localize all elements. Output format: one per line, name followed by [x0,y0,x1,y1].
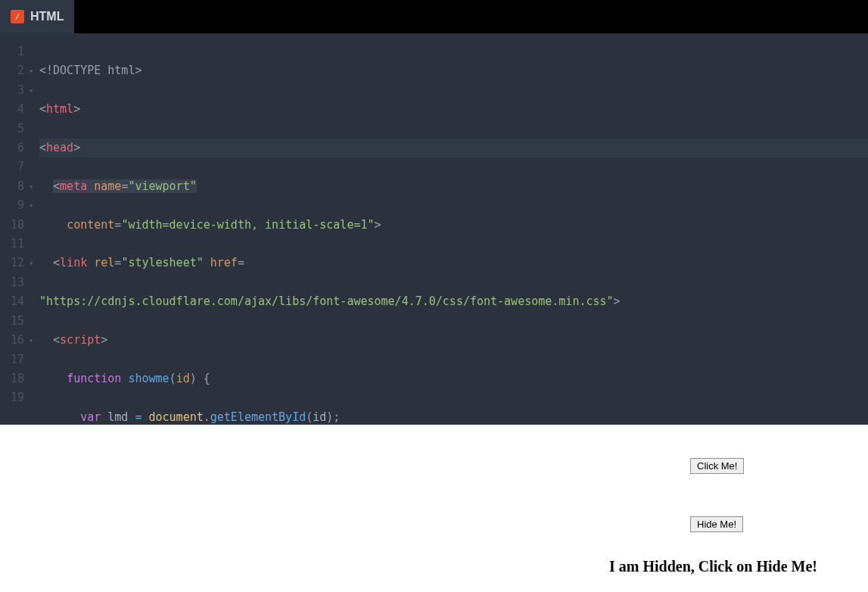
code-line-active: <head> [39,139,868,157]
line-number: 6 [0,139,32,157]
line-number: 10 [0,216,32,235]
code-line: <html> [39,100,868,119]
line-number: 3 [0,81,32,100]
preview-panel: Click Me! Hide Me! I am Hidden, Click on… [0,425,868,592]
tab-bar: / HTML [0,0,868,33]
code-line: "https://cdnjs.cloudflare.com/ajax/libs/… [39,292,868,311]
click-me-button[interactable]: Click Me! [690,458,744,474]
tab-html[interactable]: / HTML [0,0,74,33]
line-number: 1 [0,42,32,61]
line-number-gutter: 1 2 3 4 5 6 7 8 9 10 11 12 13 14 15 16 1… [0,33,36,425]
code-content[interactable]: <!DOCTYPE html> <html> <head> <meta name… [36,33,868,425]
line-number: 4 [0,100,32,119]
code-line: <link rel="stylesheet" href= [39,254,868,273]
hidden-message: I am Hidden, Click on Hide Me! [609,558,817,575]
line-number: 17 [0,351,32,369]
code-line: <!DOCTYPE html> [39,61,868,80]
code-line: <meta name="viewport" [39,177,868,196]
line-number: 8 [0,177,32,196]
code-editor[interactable]: 1 2 3 4 5 6 7 8 9 10 11 12 13 14 15 16 1… [0,33,868,425]
line-number: 15 [0,312,32,331]
code-line: content="width=device-width, initial-sca… [39,216,868,235]
code-line: <script> [39,331,868,350]
line-number: 5 [0,120,32,139]
code-line: function showme(id) { [39,369,868,388]
hide-me-button[interactable]: Hide Me! [690,516,743,532]
editor-panel: / HTML 1 2 3 4 5 6 7 8 9 10 11 12 13 14 … [0,0,868,425]
line-number: 16 [0,331,32,350]
html-icon: / [11,10,24,23]
line-number: 14 [0,292,32,311]
tab-label: HTML [30,10,64,23]
line-number: 19 [0,388,32,407]
line-number: 7 [0,157,32,176]
line-number: 12 [0,254,32,273]
code-line: var lmd = document.getElementById(id); [39,408,868,425]
line-number: 13 [0,273,32,292]
line-number: 18 [0,369,32,388]
line-number: 11 [0,235,32,254]
line-number: 2 [0,61,32,80]
line-number: 9 [0,196,32,215]
